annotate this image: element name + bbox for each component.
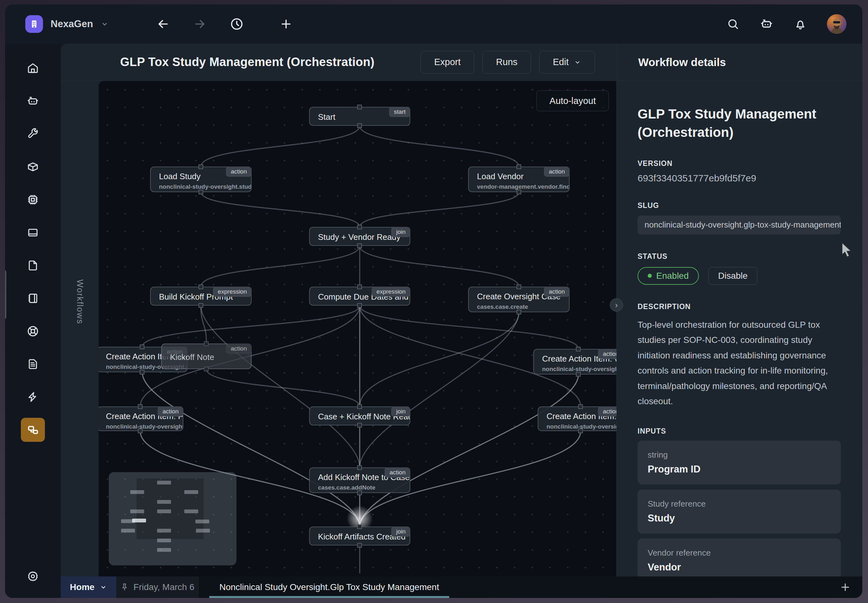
workflows-drawer-collapsed[interactable]: Workflows [61,81,99,598]
node-load-vendor[interactable]: Load Vendorvendor-management.vendor.find… [468,167,569,192]
node-action-pathology[interactable]: Create Action Item: Patholog…nonclinical… [99,407,183,431]
assistant-robot-icon[interactable] [759,17,774,31]
sidebar-item-files-file-icon[interactable] [21,254,45,277]
sidebar-item-console-window-icon[interactable] [21,221,45,244]
workspace-switcher[interactable]: NexaGen [25,15,109,33]
node-handle[interactable] [204,366,209,371]
sidebar-item-docs-document-icon[interactable] [21,352,45,376]
node-type-badge: action [598,407,616,416]
slug-value[interactable]: nonclinical-study-oversight.glp-tox-stud… [637,215,841,235]
node-build-kickoff-prompt[interactable]: Build Kickoff Promptexpression [150,287,252,306]
node-handle[interactable] [140,345,144,349]
node-handle[interactable] [198,164,203,169]
sidebar-item-settings-gear-icon[interactable] [21,564,45,589]
node-handle[interactable] [198,284,203,289]
node-type-badge: action [544,167,569,177]
node-action-draft-report[interactable]: Create Action Item: Draft Renonclinical-… [538,407,616,431]
node-handle[interactable] [578,428,583,433]
node-handle[interactable] [357,404,362,409]
node-handle[interactable] [198,303,203,308]
minimap-node [196,529,210,532]
node-handle[interactable] [138,404,142,409]
input-type: string [648,450,831,460]
input-card[interactable]: Vendor reference Vendor [637,538,841,583]
sidebar-item-agents-robot-icon[interactable] [21,89,45,113]
node-handle[interactable] [357,284,362,289]
input-card[interactable]: string Program ID [637,441,841,484]
panel-collapse-chevron-icon[interactable]: › [610,298,623,312]
node-handle[interactable] [357,524,362,529]
version-value: 693f3340351777eb9fd5f7e9 [637,173,841,184]
notifications-bell-icon[interactable] [794,17,807,31]
node-kickoff-note[interactable]: Kickoff Noteaction [161,343,252,369]
input-card[interactable]: Study reference Study [637,490,841,533]
node-handle[interactable] [357,423,362,428]
node-study-vendor-ready[interactable]: Study + Vendor Readyjoin [309,227,410,246]
sidebar-scroll-indicator[interactable] [5,270,6,319]
bottom-tab-bar: Home Friday, March 6 Nonclinical Study O… [61,577,862,598]
pinned-date-tab[interactable]: Friday, March 6 [116,577,198,598]
status-label: STATUS [637,252,841,261]
node-handle[interactable] [357,105,362,109]
node-handle[interactable] [357,243,362,248]
node-handle[interactable] [357,123,362,128]
search-icon[interactable] [726,17,740,31]
page-title: GLP Tox Study Management (Orchestration) [120,55,374,69]
node-handle[interactable] [576,347,581,351]
nav-back-button[interactable] [156,17,170,31]
node-handle[interactable] [576,372,581,377]
export-button[interactable]: Export [421,51,474,74]
sidebar-item-tools-wrench-icon[interactable] [21,122,45,146]
sidebar-item-notebook-icon[interactable] [21,286,45,310]
home-tab[interactable]: Home [61,577,116,598]
main-panel: GLP Tox Study Management (Orchestration)… [61,43,862,598]
edit-button[interactable]: Edit [539,51,595,74]
sidebar-item-home[interactable] [21,56,45,80]
node-handle[interactable] [357,303,362,308]
node-compute-due-dates[interactable]: Compute Due Dates and Acti…expression [309,287,410,306]
top-bar: NexaGen [5,5,862,43]
active-workflow-tab[interactable]: Nonclinical Study Oversight.Glp Tox Stud… [209,577,449,598]
node-handle[interactable] [357,465,362,470]
node-handle[interactable] [578,404,583,409]
sidebar-item-integrations-chip-icon[interactable] [21,188,45,212]
node-handle[interactable] [357,543,362,548]
minimap-node [130,509,144,513]
add-tab-plus-icon[interactable] [840,577,851,598]
node-handle[interactable] [517,284,521,289]
details-panel-heading: Workflow details [617,43,862,80]
node-handle[interactable] [357,225,362,229]
canvas-minimap[interactable] [109,472,237,565]
node-start[interactable]: Startstart [309,107,410,126]
node-handle[interactable] [198,190,203,194]
sidebar-item-support-lifebuoy-icon[interactable] [21,319,45,343]
new-tab-plus-icon[interactable] [279,17,293,31]
node-kickoff-artifacts[interactable]: Kickoff Artifacts Createdjoin [309,527,410,546]
node-handle[interactable] [517,164,521,169]
nav-forward-button[interactable] [193,17,207,31]
pin-icon [120,583,129,592]
node-handle[interactable] [138,428,142,433]
node-add-kickoff-note[interactable]: Add Kickoff Note to Casecases.case.addNo… [309,467,410,493]
status-enabled-pill[interactable]: Enabled [637,267,699,285]
node-handle[interactable] [357,490,362,495]
node-action-weekly-right[interactable]: Create Action Item: Weekly Snonclinical-… [533,349,616,374]
sidebar-item-events-lightning-icon[interactable] [21,385,45,409]
node-create-oversight-case[interactable]: Create Oversight Casecases.case.createac… [468,287,569,312]
node-handle[interactable] [140,370,144,374]
history-icon[interactable] [229,17,244,31]
sidebar-item-packages-box-icon[interactable] [21,155,45,179]
disable-button[interactable]: Disable [709,267,757,285]
minimap-node [184,509,198,513]
node-handle[interactable] [517,190,521,194]
minimap-node [121,529,135,532]
node-handle[interactable] [204,341,209,346]
node-load-study[interactable]: Load Studynonclinical-study-oversight.st… [150,167,252,192]
node-case-kickoff-ready[interactable]: Case + Kickoff Note Readyjoin [309,407,410,425]
workflow-canvas[interactable]: Startstart Load Studynonclinical-study-o… [99,81,616,598]
sidebar-item-workflows[interactable] [21,418,45,442]
runs-button[interactable]: Runs [482,51,531,74]
user-avatar[interactable] [827,14,846,34]
node-handle[interactable] [517,310,521,314]
auto-layout-button[interactable]: Auto-layout [537,90,609,111]
